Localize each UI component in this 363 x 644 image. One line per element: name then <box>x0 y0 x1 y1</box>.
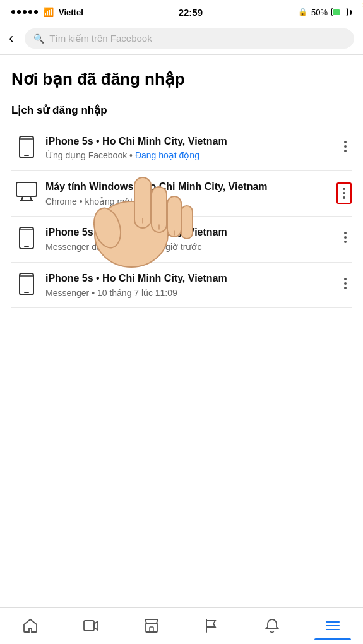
more-options-button[interactable] <box>339 228 352 247</box>
mobile-icon <box>16 136 37 158</box>
svg-rect-16 <box>20 227 33 249</box>
nav-item-home[interactable] <box>0 617 61 634</box>
signal-dots <box>11 10 38 14</box>
item-info: iPhone 5s • Ho Chi Minh City, Vietnam Me… <box>42 225 339 253</box>
nav-item-store[interactable] <box>121 617 182 634</box>
status-bar: 📶 Viettel 22:59 🔒 50% ⚡ <box>0 0 363 23</box>
item-title: iPhone 5s • Ho Chi Minh City, Vietnam <box>45 225 339 239</box>
device-icon-wrap <box>11 136 42 158</box>
search-placeholder: Tìm kiếm trên Facebook <box>49 33 152 44</box>
back-button[interactable]: ‹ <box>9 28 18 49</box>
desktop-icon <box>15 181 38 203</box>
search-icon: 🔍 <box>33 33 44 44</box>
store-icon <box>143 617 160 634</box>
lock-icon: 🔒 <box>298 8 307 16</box>
page-title: Nơi bạn đã đăng nhập <box>11 69 352 90</box>
page-content: Nơi bạn đã đăng nhập Lịch sử đăng nhập i… <box>0 55 363 308</box>
login-item: iPhone 5s • Ho Chi Minh City, Vietnam Ứn… <box>11 126 352 171</box>
flag-icon <box>203 617 220 634</box>
login-item: Máy tính Windows • Ho Chi Minh City, Vie… <box>11 171 352 217</box>
svg-rect-1 <box>24 155 29 156</box>
svg-rect-19 <box>20 273 33 295</box>
svg-rect-20 <box>24 292 29 293</box>
active-indicator <box>314 638 350 640</box>
more-options-button-highlighted[interactable] <box>336 182 352 204</box>
svg-rect-22 <box>84 621 94 631</box>
nav-item-notifications[interactable] <box>242 617 302 634</box>
nav-item-menu[interactable] <box>302 617 363 634</box>
active-link: Đang hoạt động <box>135 150 199 160</box>
battery-percent: 50% <box>311 8 328 17</box>
login-item: iPhone 5s • Ho Chi Minh City, Vietnam Me… <box>11 217 352 262</box>
bell-icon <box>264 617 280 634</box>
home-icon <box>22 617 39 634</box>
mobile-icon <box>16 273 37 295</box>
svg-rect-23 <box>146 623 157 632</box>
item-title: iPhone 5s • Ho Chi Minh City, Vietnam <box>45 271 339 285</box>
device-icon-wrap <box>11 227 42 249</box>
battery: ⚡ <box>331 8 352 16</box>
nav-item-video[interactable] <box>61 617 121 634</box>
svg-rect-17 <box>24 246 29 247</box>
svg-line-5 <box>30 196 32 201</box>
search-bar[interactable]: 🔍 Tìm kiếm trên Facebook <box>25 28 354 49</box>
item-subtitle: Messenger dành cho iOS • 13 giờ trước <box>45 241 339 253</box>
section-title: Lịch sử đăng nhập <box>11 104 352 117</box>
video-icon <box>83 617 99 634</box>
bottom-nav <box>0 607 363 644</box>
carrier-label: Viettel <box>59 8 83 17</box>
status-time: 22:59 <box>179 7 203 18</box>
item-subtitle: Chrome • khoảng một phút trước <box>45 196 336 208</box>
menu-icon <box>324 617 341 634</box>
more-options-button[interactable] <box>339 137 352 156</box>
login-item: iPhone 5s • Ho Chi Minh City, Vietnam Me… <box>11 263 352 308</box>
top-nav: ‹ 🔍 Tìm kiếm trên Facebook <box>0 23 363 55</box>
device-icon-wrap <box>11 181 42 203</box>
status-left: 📶 Viettel <box>11 7 83 17</box>
item-title: Máy tính Windows • Ho Chi Minh City, Vie… <box>45 180 336 194</box>
more-options-button[interactable] <box>339 274 352 293</box>
nav-item-pages[interactable] <box>181 617 242 634</box>
svg-line-4 <box>21 196 23 201</box>
device-icon-wrap <box>11 273 42 295</box>
item-info: Máy tính Windows • Ho Chi Minh City, Vie… <box>42 180 336 207</box>
wifi-icon: 📶 <box>43 7 54 17</box>
item-info: iPhone 5s • Ho Chi Minh City, Vietnam Ứn… <box>42 134 339 162</box>
svg-rect-0 <box>20 136 33 158</box>
item-subtitle: Messenger • 10 tháng 7 lúc 11:09 <box>45 287 339 299</box>
svg-rect-3 <box>16 182 37 196</box>
mobile-icon <box>16 227 37 249</box>
item-title: iPhone 5s • Ho Chi Minh City, Vietnam <box>45 134 339 148</box>
status-right: 🔒 50% ⚡ <box>298 8 352 17</box>
item-info: iPhone 5s • Ho Chi Minh City, Vietnam Me… <box>42 271 339 299</box>
item-subtitle: Ứng dụng Facebook • Đang hoạt động <box>45 150 339 162</box>
svg-rect-24 <box>150 627 153 632</box>
